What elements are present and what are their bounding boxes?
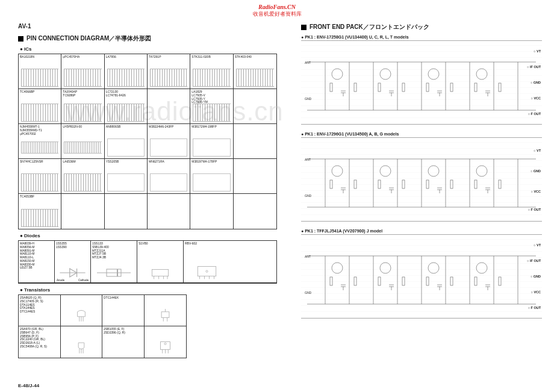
svg-rect-103 [475, 277, 477, 285]
schematic-svg: ANT GND [301, 41, 542, 125]
ics-heading: ICs [20, 46, 277, 52]
component-label-list: DTC144EK [104, 296, 143, 300]
svg-rect-73 [354, 180, 356, 188]
page-body: AV-1 PIN CONNECTION DIAGRAM／半導体外形図 ICs B… [0, 0, 554, 364]
ic-cell: M38172M4-198FP [190, 124, 233, 159]
svg-rect-79 [499, 180, 501, 188]
svg-rect-49 [378, 83, 381, 92]
ic-cell: SN74HC125NSR [19, 159, 61, 194]
svg-rect-100 [402, 277, 405, 285]
ic-cell: BA10218N [19, 54, 61, 89]
pin-label: ○ F OUT [528, 208, 541, 211]
ic-cell: YSS205B [105, 159, 148, 194]
schematic-diagram: ANT GND ○ VT○ IF OUT○ GND○ VCC○ F OUT [301, 40, 542, 125]
ic-label: STK311-020B [191, 55, 231, 59]
ic-cell: TA7291P [148, 54, 190, 89]
sip-dip-package-icon [193, 104, 230, 122]
svg-rect-20 [161, 312, 169, 318]
diodes-heading: Diodes [20, 233, 277, 238]
pin-label: ○ VCC [531, 96, 541, 100]
sip-dip-package-icon [107, 69, 145, 87]
frontend-pack-block: PK1 : ENV-17258G1 (VU134400) U, C, R, L,… [301, 35, 542, 125]
svg-rect-75 [402, 180, 405, 188]
qfp-package-icon [107, 138, 145, 157]
diode-cell [230, 241, 276, 283]
ic-label: STK403-040 [235, 55, 275, 59]
svg-text:ANT: ANT [305, 255, 311, 258]
svg-rect-54 [499, 83, 501, 92]
section-title-text: FRONT END PACK／フロントエンドパック [310, 23, 429, 31]
qfp-package-icon [193, 138, 230, 157]
svg-rect-53 [475, 83, 477, 92]
svg-point-70 [428, 166, 439, 176]
diode-cell: RBV-602 [184, 241, 230, 283]
ic-cell [234, 124, 276, 159]
svg-rect-74 [378, 180, 381, 188]
small-transistor-icon [64, 309, 98, 323]
header-watermark: RadioFans.CN 收音机爱好者资料库 [0, 4, 554, 18]
svg-point-28 [164, 343, 166, 344]
right-column: FRONT END PACK／フロントエンドパック PK1 : ENV-1725… [301, 23, 542, 358]
schematic-diagram: ANT GND ○ VT○ IF OUT○ GND○ VCC○ F OUT [301, 234, 542, 319]
svg-rect-102 [450, 277, 453, 285]
ic-label: µPC4570HA [63, 55, 102, 59]
tr-cell: 2SA970 (GR, BL) 2SB647 (D, F) 2SB956 (P,… [19, 326, 61, 358]
frontend-pack-block: PK1 : TFFJLJ541A (VV207900) J model ANT … [301, 229, 542, 319]
diode-table: MA8039-H MA8056-M MA8091-M MA8110-M MA81… [18, 240, 277, 284]
svg-point-46 [476, 69, 487, 79]
sip-dip-package-icon [193, 69, 230, 87]
sip-dip-package-icon [21, 209, 58, 227]
pin-label: ○ VCC [531, 290, 541, 294]
pin-label: ○ IF OUT [527, 65, 541, 69]
sip-dip-package-icon [107, 104, 145, 122]
left-column: AV-1 PIN CONNECTION DIAGRAM／半導体外形図 ICs B… [18, 23, 277, 358]
svg-rect-51 [426, 83, 429, 92]
sip-dip-package-icon [64, 142, 101, 154]
sip-dip-package-icon [64, 173, 101, 191]
qfp-package-icon [150, 173, 187, 191]
ic-cell: M38197MA-178FP [190, 159, 233, 194]
ic-cell: TC4066BP [19, 89, 61, 124]
svg-rect-98 [354, 277, 356, 285]
svg-point-12 [206, 270, 208, 272]
ic-cell: STK311-020B [190, 54, 233, 89]
ic-cell: LA7956 [105, 54, 148, 89]
component-label-list: 2SA970 (GR, BL) 2SB647 (D, F) 2SB956 (P,… [20, 328, 59, 349]
sip-dip-package-icon [21, 69, 58, 87]
ic-label: LA7956 [106, 55, 146, 59]
component-label-list: 2SA8620 (Q, R) 2SC1740S (R, S) DTA114ES … [20, 296, 59, 314]
tr-cell [145, 326, 186, 358]
qfp-package-icon [193, 173, 230, 191]
ic-label: M38224M6-243FP [149, 125, 188, 129]
ic-label: YSS205B [106, 160, 146, 164]
svg-point-43 [332, 69, 343, 79]
svg-point-45 [428, 69, 439, 79]
section-title-frontend: FRONT END PACK／フロントエンドパック [301, 23, 542, 31]
svg-rect-77 [450, 180, 453, 188]
pin-label: ○ GND [531, 169, 541, 173]
bridge-rectifier-icon [141, 266, 179, 280]
svg-text:GND: GND [305, 291, 312, 294]
sip-dip-package-icon [21, 142, 58, 154]
diode-anode-label: Anode [57, 279, 64, 282]
svg-rect-52 [450, 83, 453, 92]
svg-point-93 [332, 263, 343, 273]
power-transistor-icon [148, 341, 182, 355]
bridge-module-icon [187, 266, 226, 280]
ic-label: TA7291P [149, 55, 188, 59]
frontend-pack-block: PK1 : ENV-17296G1 (VU134500) A, B, G mod… [301, 132, 542, 222]
smd-transistor-icon [148, 309, 182, 323]
diode-label: RBV-602 [185, 242, 229, 246]
sip-dip-package-icon [21, 173, 58, 191]
svg-rect-6 [152, 269, 168, 276]
sip-dip-package-icon [150, 69, 187, 87]
ic-label: LH5P832N-00 [63, 125, 102, 129]
pk-title: PK1 : ENV-17258G1 (VU134400) U, C, R, L,… [301, 35, 542, 39]
diode-cell: 1SS133 S5B139-400 MTZJ11A MTZJ7.5B MTZJ4… [91, 241, 137, 283]
schematic-svg: ANT GND [301, 138, 542, 222]
svg-text:GND: GND [305, 194, 312, 198]
pin-label: ○ VT [534, 149, 541, 152]
ic-cell: LA6536M [61, 159, 104, 194]
ic-cell: LA1829 LC7935-V LC7935-Y LC7935-YM [190, 89, 233, 124]
pin-label: ○ GND [531, 81, 541, 84]
